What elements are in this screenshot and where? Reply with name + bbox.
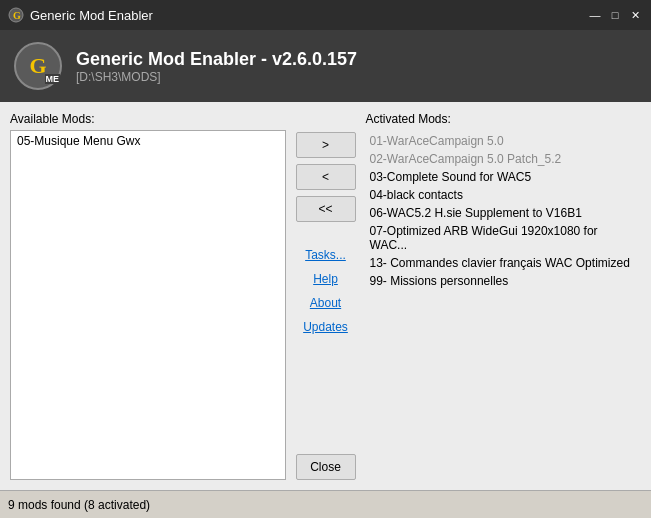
activated-mod-item[interactable]: 01-WarAceCampaign 5.0 (366, 132, 642, 150)
activated-mod-item[interactable]: 07-Optimized ARB WideGui 1920x1080 for W… (366, 222, 642, 254)
available-mod-item[interactable]: 05-Musique Menu Gwx (13, 133, 283, 149)
minimize-button[interactable]: — (587, 7, 603, 23)
middle-panel: > < << Tasks... Help About Updates Close (286, 112, 366, 480)
help-button[interactable]: Help (313, 272, 338, 286)
updates-button[interactable]: Updates (303, 320, 348, 334)
activated-mod-item[interactable]: 03-Complete Sound for WAC5 (366, 168, 642, 186)
window-close-button[interactable]: ✕ (627, 7, 643, 23)
activated-mod-item[interactable]: 02-WarAceCampaign 5.0 Patch_5.2 (366, 150, 642, 168)
mid-links: Tasks... Help About Updates (303, 248, 348, 334)
app-title: Generic Mod Enabler - v2.6.0.157 (76, 49, 357, 70)
activated-mods-list[interactable]: 01-WarAceCampaign 5.002-WarAceCampaign 5… (366, 130, 642, 480)
svg-text:G: G (13, 10, 21, 21)
title-bar-left: G Generic Mod Enabler (8, 7, 153, 23)
activated-mod-item[interactable]: 13- Commandes clavier français WAC Optim… (366, 254, 642, 272)
panels-row: Available Mods: 05-Musique Menu Gwx > < … (10, 112, 641, 480)
available-mods-list[interactable]: 05-Musique Menu Gwx (10, 130, 286, 480)
title-bar: G Generic Mod Enabler — □ ✕ (0, 0, 651, 30)
maximize-button[interactable]: □ (607, 7, 623, 23)
logo-me: ME (45, 74, 61, 84)
right-panel: Activated Mods: 01-WarAceCampaign 5.002-… (366, 112, 642, 480)
activated-mod-item[interactable]: 04-black contacts (366, 186, 642, 204)
main-content: Available Mods: 05-Musique Menu Gwx > < … (0, 102, 651, 490)
title-bar-controls: — □ ✕ (587, 7, 643, 23)
available-mods-label: Available Mods: (10, 112, 286, 126)
app-path: [D:\SH3\MODS] (76, 70, 357, 84)
app-logo: G ME (14, 42, 62, 90)
app-icon: G (8, 7, 24, 23)
activated-mods-label: Activated Mods: (366, 112, 642, 126)
app-header-info: Generic Mod Enabler - v2.6.0.157 [D:\SH3… (76, 49, 357, 84)
move-right-button[interactable]: > (296, 132, 356, 158)
title-bar-text: Generic Mod Enabler (30, 8, 153, 23)
left-panel: Available Mods: 05-Musique Menu Gwx (10, 112, 286, 480)
close-button[interactable]: Close (296, 454, 356, 480)
tasks-button[interactable]: Tasks... (305, 248, 346, 262)
app-header: G ME Generic Mod Enabler - v2.6.0.157 [D… (0, 30, 651, 102)
activated-mod-item[interactable]: 99- Missions personnelles (366, 272, 642, 290)
about-button[interactable]: About (310, 296, 341, 310)
move-all-left-button[interactable]: << (296, 196, 356, 222)
status-text: 9 mods found (8 activated) (8, 498, 150, 512)
activated-mod-item[interactable]: 06-WAC5.2 H.sie Supplement to V16B1 (366, 204, 642, 222)
status-bar: 9 mods found (8 activated) (0, 490, 651, 518)
move-left-button[interactable]: < (296, 164, 356, 190)
